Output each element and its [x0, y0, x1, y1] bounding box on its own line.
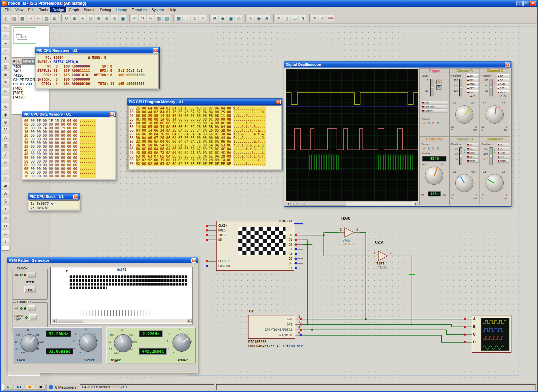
close-icon[interactable]: ✕ [73, 194, 78, 199]
stop-button[interactable]: ■ [36, 385, 46, 390]
off-button[interactable]: OFF [497, 155, 509, 159]
center-at-cursor-icon[interactable]: ◎ [87, 14, 94, 22]
menu-item[interactable]: Source [81, 7, 98, 12]
property-assignment-icon[interactable]: A [263, 14, 271, 22]
wire-label-icon[interactable]: ≡ [2, 47, 10, 55]
position-slider[interactable] [490, 79, 493, 96]
zoom-out-icon[interactable]: ⊖ [103, 14, 111, 22]
step-button[interactable]: ▶▮ [14, 385, 24, 390]
export-section-icon[interactable]: ⇐ [35, 14, 42, 22]
volts-per-div-knob[interactable] [486, 174, 504, 192]
scroll-thumb[interactable] [57, 319, 83, 323]
toggle-grid-icon[interactable]: ⊞ [71, 14, 78, 22]
list-item[interactable]: [7407] [12, 91, 49, 95]
menu-item[interactable]: Debug [98, 7, 113, 12]
window-title-bar[interactable]: PIC CPU Data Memory - U1 ✕ [22, 111, 116, 117]
gnd-button[interactable]: GND [467, 151, 479, 155]
pause-button[interactable]: ▮▮ [25, 385, 35, 390]
remove-sheet-icon[interactable]: ▭ [291, 14, 299, 22]
move-block-icon[interactable]: ↔ [183, 14, 191, 22]
invert-button[interactable]: Invert [467, 159, 479, 163]
ac-button[interactable]: AC [467, 74, 479, 78]
window-title-bar[interactable]: Digital Oscilloscope ✕ [284, 61, 511, 68]
open-design-icon[interactable]: ▨ [10, 14, 18, 22]
menu-item[interactable]: File [2, 7, 13, 12]
menu-item[interactable]: Template [129, 7, 149, 12]
ac-button[interactable]: AC [497, 143, 509, 146]
position-slider[interactable] [459, 147, 462, 165]
part-value[interactable]: 7407 [376, 262, 384, 266]
library-button[interactable]: L [17, 59, 22, 64]
redo-icon[interactable]: ↷ [139, 14, 147, 22]
toggle-origin-icon[interactable]: + [79, 14, 86, 22]
off-button[interactable]: OFF [497, 86, 509, 90]
dc-button[interactable]: DC [467, 78, 479, 82]
horizontal-source-selector[interactable]: AB CD [423, 147, 439, 150]
junction-dot-icon[interactable]: ● [2, 40, 10, 47]
off-button[interactable]: OFF [467, 86, 479, 90]
rotate-block-icon[interactable]: ↻ [191, 14, 199, 22]
component-ref[interactable]: U2:A [375, 240, 384, 244]
box-2d-icon[interactable]: □ [2, 159, 10, 166]
menu-item[interactable]: Edit [26, 7, 37, 12]
new-design-icon[interactable]: ▯ [2, 14, 10, 22]
oscilloscope-window[interactable]: Digital Oscilloscope ✕ -21.71 mS ◀ ▶ Tri… [284, 61, 511, 207]
text-2d-icon[interactable]: A [2, 190, 10, 197]
print-design-icon[interactable]: ▤ [43, 14, 50, 22]
time-per-div-knob[interactable] [425, 167, 443, 185]
markers-2d-icon[interactable]: + [2, 205, 10, 213]
title-bar[interactable]: IS nokon_af - ISIS Professional (Animati… [1, 0, 537, 7]
buses-mode-icon[interactable]: ▤ [2, 63, 10, 70]
wire-autorouter-icon[interactable]: ∿ [247, 14, 255, 22]
cursors-button[interactable]: Cursors [422, 109, 447, 113]
tape-recorder-icon[interactable]: ◉ [2, 111, 10, 118]
registers-window[interactable]: PIC CPU Registers - U1 ✕ PC: $0064 W.MSG… [35, 47, 160, 89]
packaging-tool-icon[interactable]: ▣ [227, 14, 235, 22]
component-ref[interactable]: U1 [249, 309, 254, 313]
bus-label[interactable]: B[0..7] [272, 219, 292, 223]
coupling-ac-icon[interactable]: ⇅ [436, 80, 441, 84]
part-value[interactable]: 7407 [343, 238, 351, 242]
pattern-generator-window[interactable]: VSM Pattern Generator ✕ CLOCK Int. STEP … [7, 257, 198, 373]
clock-frequency-knob[interactable] [21, 334, 39, 352]
menu-item[interactable]: Library [113, 7, 129, 12]
new-sheet-icon[interactable]: ▯ [283, 14, 291, 22]
bill-of-materials-icon[interactable]: ≡ [311, 14, 318, 22]
mark-output-area-icon[interactable]: ⊡ [51, 14, 59, 22]
menu-item[interactable]: System [149, 7, 166, 12]
window-title-bar[interactable]: PIC CPU Registers - U1 ✕ [35, 47, 159, 53]
ac-button[interactable]: AC [467, 143, 479, 146]
list-item[interactable]: [74126] [12, 95, 49, 99]
zoom-in-icon[interactable]: ⊕ [95, 14, 103, 22]
circle-2d-icon[interactable]: ○ [2, 167, 10, 174]
zoom-all-icon[interactable]: ⊙ [111, 14, 119, 22]
mirror-y-icon[interactable]: ↕ [2, 238, 10, 245]
minimize-button[interactable]: _ [516, 1, 523, 6]
design-explorer-icon[interactable]: ≡ [275, 14, 282, 22]
component-mode-icon[interactable]: ▷ [2, 32, 10, 39]
dc-button[interactable]: DC [467, 147, 479, 150]
invert-button[interactable]: Invert [497, 90, 509, 94]
part-value[interactable]: PIC10F200 [248, 340, 266, 344]
rotate-clockwise-icon[interactable]: ↻ [2, 215, 10, 222]
combine-label[interactable]: A+B [467, 95, 479, 98]
import-section-icon[interactable]: ⇒ [27, 14, 34, 22]
gnd-button[interactable]: GND [467, 82, 479, 86]
copy-block-icon[interactable]: ▩ [175, 14, 183, 22]
position-slider[interactable] [490, 147, 493, 165]
clock-source-button[interactable] [28, 272, 36, 278]
save-design-icon[interactable]: ▦ [18, 14, 26, 22]
close-icon[interactable]: ✕ [110, 112, 115, 117]
invert-button[interactable]: Invert [497, 159, 509, 163]
volts-per-div-knob[interactable] [486, 105, 504, 124]
pick-parts-icon[interactable]: P [211, 14, 219, 22]
volts-per-div-knob[interactable] [455, 174, 473, 192]
menu-item[interactable]: Tools [37, 7, 50, 12]
voltage-probe-icon[interactable]: V [2, 126, 10, 134]
program-memory-window[interactable]: PIC CPU Program Memory - U1 ✕ 0025 00 64… [127, 98, 282, 170]
close-icon[interactable]: ✕ [191, 258, 196, 263]
arc-2d-icon[interactable]: ∩ [2, 174, 10, 182]
subcircuit-mode-icon[interactable]: ▣ [2, 71, 10, 78]
invert-button[interactable]: Invert [467, 90, 479, 94]
instant-edit-icon[interactable]: ↯ [2, 78, 10, 86]
